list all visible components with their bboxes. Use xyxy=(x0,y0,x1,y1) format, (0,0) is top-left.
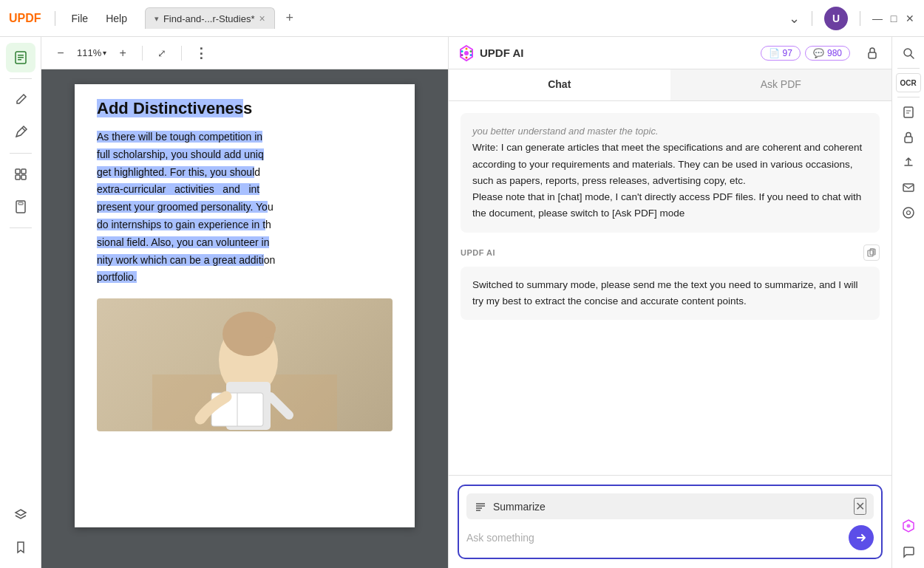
zoom-display[interactable]: 111% ▾ xyxy=(77,47,106,58)
svg-rect-2 xyxy=(18,57,24,58)
email-side-icon[interactable] xyxy=(898,177,919,198)
svg-rect-1 xyxy=(18,55,24,56)
pdf-body-text: As there will be tough competition in fu… xyxy=(97,129,393,287)
chat-input-row xyxy=(466,525,874,550)
updf-bottom-icon[interactable] xyxy=(898,516,919,537)
ai-message-1-note: Please note that in [chat] mode, I can't… xyxy=(472,191,861,219)
chat-input-field[interactable] xyxy=(466,532,843,544)
chat-credits-badge: 💬 980 xyxy=(805,46,850,61)
ai-message-1-text: you better understand and master the top… xyxy=(472,126,659,137)
zoom-in-button[interactable]: + xyxy=(112,43,133,64)
copy-button[interactable] xyxy=(863,244,880,261)
chat-messages: you better understand and master the top… xyxy=(449,101,891,475)
close-button[interactable]: ✕ xyxy=(905,13,915,24)
pdf-credits-badge: 📄 97 xyxy=(761,46,801,61)
more-options-button[interactable]: ⋮ xyxy=(191,43,211,64)
svg-rect-10 xyxy=(18,202,23,205)
svg-point-20 xyxy=(466,47,468,49)
ask-pdf-tab[interactable]: Ask PDF xyxy=(670,69,892,100)
credit-badges-area: 📄 97 💬 980 xyxy=(761,46,850,61)
ai-message-2: Switched to summary mode, please send me… xyxy=(461,267,880,321)
tab-dropdown-button[interactable]: ⌄ xyxy=(789,10,800,27)
lock-side-icon[interactable] xyxy=(898,127,919,148)
highlighted-text-5: present your groomed personality. Yo xyxy=(97,201,268,213)
svg-rect-35 xyxy=(904,107,913,117)
updf-hex-icon xyxy=(900,519,917,535)
ai-toolbar: UPDF AI 📄 97 💬 980 xyxy=(449,37,891,69)
svg-point-39 xyxy=(906,211,910,215)
layers-icon[interactable] xyxy=(6,500,35,530)
svg-point-21 xyxy=(470,50,472,52)
file-menu[interactable]: File xyxy=(66,10,95,27)
svg-line-4 xyxy=(22,128,25,131)
active-tab[interactable]: ▾ Find-and-...r-Studies* × xyxy=(145,7,275,29)
extract-side-icon[interactable] xyxy=(898,102,919,123)
sidebar-divider-3 xyxy=(10,227,32,228)
organize-tool-icon[interactable] xyxy=(6,160,35,189)
title-divider xyxy=(55,11,55,26)
rs-divider-1 xyxy=(897,68,920,69)
lock-protect-icon[interactable] xyxy=(862,43,883,64)
chat-side-icon[interactable] xyxy=(898,541,919,562)
divider2 xyxy=(860,11,860,26)
chat-tab-bar: Chat Ask PDF xyxy=(449,69,891,101)
svg-point-38 xyxy=(903,208,914,218)
maximize-button[interactable]: □ xyxy=(889,13,899,24)
pages-panel-icon[interactable] xyxy=(6,43,35,72)
minimize-button[interactable]: — xyxy=(872,13,883,24)
svg-rect-5 xyxy=(16,169,20,174)
search-side-icon[interactable] xyxy=(898,43,919,64)
ai-message-1: you better understand and master the top… xyxy=(461,113,880,233)
chat-tab[interactable]: Chat xyxy=(449,69,670,100)
highlighted-text-7: sional field. Also, you can volunteer in xyxy=(97,236,269,248)
ai-message-2-wrapper: UPDF AI Switched to summary mode, please… xyxy=(461,244,880,321)
summarize-close-button[interactable]: ✕ xyxy=(854,498,866,515)
left-sidebar xyxy=(0,37,41,568)
ocr-side-icon[interactable]: OCR xyxy=(896,73,921,92)
svg-line-34 xyxy=(911,55,914,58)
svg-point-24 xyxy=(461,54,463,56)
divider xyxy=(812,11,812,26)
help-menu[interactable]: Help xyxy=(100,10,133,27)
summarize-tag: Summarize ✕ xyxy=(466,493,874,519)
avatar[interactable]: U xyxy=(824,7,848,30)
summarize-label: Summarize xyxy=(493,501,546,513)
upload-side-icon[interactable] xyxy=(898,152,919,173)
tab-name: Find-and-...r-Studies* xyxy=(163,13,255,24)
summarize-icon xyxy=(474,500,487,513)
ai-message-1-write: Write: I can generate articles that meet… xyxy=(472,142,862,186)
edit-tool-icon[interactable] xyxy=(6,85,35,114)
pdf-heading-cont: s xyxy=(243,99,252,117)
highlighted-text-4: extra-curricular activities and int xyxy=(97,183,259,195)
right-side-icons: OCR xyxy=(891,37,924,568)
svg-rect-36 xyxy=(905,137,912,143)
pdf-area: − 111% ▾ + ⤢ ⋮ Add Distinctiveness As th… xyxy=(41,37,448,568)
svg-rect-26 xyxy=(869,52,876,58)
title-bar: UPDF File Help ▾ Find-and-...r-Studies* … xyxy=(0,0,924,37)
zoom-dropdown-icon: ▾ xyxy=(103,49,106,57)
fit-page-button[interactable]: ⤢ xyxy=(152,43,172,64)
annotate-tool-icon[interactable] xyxy=(6,117,35,147)
bookmark-icon[interactable] xyxy=(6,533,35,562)
chat-input-wrapper: Summarize ✕ xyxy=(458,485,883,559)
send-button[interactable] xyxy=(849,525,874,550)
ai-message-2-header: UPDF AI xyxy=(461,244,880,261)
tab-close-icon[interactable]: × xyxy=(259,13,265,24)
svg-rect-3 xyxy=(18,59,21,61)
save-side-icon[interactable] xyxy=(898,202,919,223)
extract-tool-icon[interactable] xyxy=(6,192,35,222)
add-tab-button[interactable]: + xyxy=(279,8,300,29)
main-area: − 111% ▾ + ⤢ ⋮ Add Distinctiveness As th… xyxy=(0,37,924,568)
highlighted-text-1: As there will be tough competition in xyxy=(97,131,262,143)
person-svg xyxy=(152,301,337,430)
pdf-heading: Add Distinctivenes xyxy=(97,99,243,117)
pdf-content: Add Distinctiveness As there will be tou… xyxy=(41,69,448,568)
svg-point-23 xyxy=(466,56,468,58)
send-icon xyxy=(855,532,867,544)
zoom-out-button[interactable]: − xyxy=(50,43,71,64)
toolbar-divider xyxy=(142,46,143,61)
pdf-credit-icon: 📄 xyxy=(769,48,780,58)
pdf-page: Add Distinctiveness As there will be tou… xyxy=(75,84,415,527)
chat-input-area: Summarize ✕ xyxy=(449,475,891,568)
pdf-image xyxy=(97,298,393,431)
